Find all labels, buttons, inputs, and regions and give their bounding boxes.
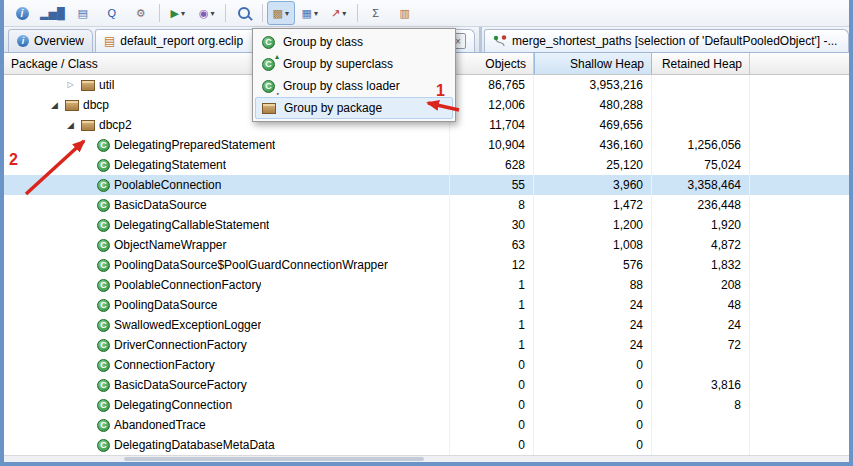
table-row[interactable]: CAbandonedTrace00 (4, 415, 849, 435)
tree-expanded-icon[interactable]: ◢ (48, 101, 61, 110)
thread-overview-icon[interactable]: ⚙ (127, 1, 155, 25)
report-icon: ▤ (104, 34, 115, 48)
cell-filler (750, 195, 849, 215)
cell-package-class: CAbandonedTrace (4, 415, 450, 435)
tab-overview[interactable]: i Overview (8, 29, 93, 52)
class-icon: C (97, 399, 110, 412)
tree-collapsed-icon[interactable]: ▷ (64, 81, 77, 89)
menu-item-group-by-class-loader[interactable]: C Group by class loader (255, 75, 453, 97)
cell-retained-heap: 4,872 (652, 235, 750, 255)
class-icon: C (262, 36, 275, 49)
cell-retained-heap (652, 95, 750, 115)
cell-package-class: CDriverConnectionFactory (4, 335, 450, 355)
dropdown-caret-icon[interactable]: ▾ (342, 9, 346, 18)
menu-item-label: Group by class (283, 35, 363, 49)
cell-shallow-heap: 25,120 (534, 155, 652, 175)
search-icon[interactable] (230, 1, 258, 25)
table-row[interactable]: CDelegatingDatabaseMetaData00 (4, 435, 849, 455)
row-label: DriverConnectionFactory (114, 338, 247, 352)
cell-objects: 0 (450, 375, 534, 395)
tab-label: default_report org.eclip (120, 34, 243, 48)
cell-filler (750, 335, 849, 355)
table-row[interactable]: CDelegatingPreparedStatement10,904436,16… (4, 135, 849, 155)
cell-shallow-heap: 3,953,216 (534, 75, 652, 95)
horizontal-scrollbar[interactable] (4, 455, 849, 462)
menu-item-label: Group by package (284, 101, 382, 115)
menu-item-group-by-package[interactable]: Group by package (255, 97, 453, 119)
dominator-tree-icon[interactable]: ▤ (69, 1, 97, 25)
oql-icon-glyph: Q (107, 8, 116, 19)
menu-item-group-by-class[interactable]: C Group by class (255, 31, 453, 53)
table-body: ▷util86,7653,953,216◢dbcp12,006480,288◢d… (4, 75, 849, 455)
merge-paths-icon (493, 34, 507, 48)
cell-retained-heap: 24 (652, 315, 750, 335)
cell-filler (750, 375, 849, 395)
menu-item-group-by-superclass[interactable]: C Group by superclass (255, 53, 453, 75)
cell-retained-heap: 72 (652, 335, 750, 355)
row-label: DelegatingConnection (114, 398, 232, 412)
cell-retained-heap: 3,816 (652, 375, 750, 395)
customize-table-icon[interactable]: ▦▾ (296, 1, 324, 25)
column-header-shallow-heap[interactable]: Shallow Heap (534, 53, 652, 74)
cell-shallow-heap: 0 (534, 395, 652, 415)
calculate-retained-size-icon[interactable]: Σ (362, 1, 390, 25)
table-row[interactable]: CPoolableConnectionFactory188208 (4, 275, 849, 295)
dropdown-caret-icon[interactable]: ▾ (285, 9, 289, 18)
table-row[interactable]: CPoolingDataSource12448 (4, 295, 849, 315)
column-header-retained-heap[interactable]: Retained Heap (652, 53, 750, 74)
cell-retained-heap (652, 415, 750, 435)
cell-objects: 10,904 (450, 135, 534, 155)
row-label: DelegatingCallableStatement (114, 218, 269, 232)
class-icon: C (97, 419, 110, 432)
row-label: dbcp2 (99, 118, 132, 132)
calculate-retained-size-icon-glyph: Σ (372, 8, 379, 19)
cell-objects: 55 (450, 175, 534, 195)
table-row[interactable]: CBasicDataSource81,472236,448 (4, 195, 849, 215)
cell-filler (750, 295, 849, 315)
dropdown-caret-icon[interactable]: ▾ (211, 9, 215, 18)
table-row[interactable]: CObjectNameWrapper631,0084,872 (4, 235, 849, 255)
cell-objects: 11,704 (450, 115, 534, 135)
cell-shallow-heap: 576 (534, 255, 652, 275)
class-icon: C (97, 299, 110, 312)
table-row[interactable]: CPoolingDataSource$PoolGuardConnectionWr… (4, 255, 849, 275)
oql-icon[interactable]: Q (98, 1, 126, 25)
cell-retained-heap: 1,920 (652, 215, 750, 235)
cell-filler (750, 155, 849, 175)
dropdown-caret-icon[interactable]: ▾ (181, 9, 185, 18)
tree-expanded-icon[interactable]: ◢ (64, 121, 77, 130)
table-row[interactable]: CPoolableConnection553,9603,358,464 (4, 175, 849, 195)
dropdown-caret-icon[interactable]: ▾ (314, 9, 318, 18)
cell-objects: 12,006 (450, 95, 534, 115)
cell-filler (750, 275, 849, 295)
class-icon: C (97, 159, 110, 172)
cell-objects: 1 (450, 335, 534, 355)
table-row[interactable]: CBasicDataSourceFactory003,816 (4, 375, 849, 395)
row-label: dbcp (83, 98, 109, 112)
query-browser-icon[interactable]: ◉▾ (193, 1, 221, 25)
scrollbar-thumb[interactable] (124, 457, 424, 461)
table-row[interactable]: CDelegatingConnection008 (4, 395, 849, 415)
row-label: ConnectionFactory (114, 358, 215, 372)
cell-shallow-heap: 1,472 (534, 195, 652, 215)
class-icon: C (97, 379, 110, 392)
cell-objects: 86,765 (450, 75, 534, 95)
group-by-icon[interactable]: ▩▾ (267, 1, 295, 25)
info-icon[interactable]: i (8, 1, 36, 25)
table-row[interactable]: CDelegatingCallableStatement301,2001,920 (4, 215, 849, 235)
dominator-tree-icon-glyph: ▤ (78, 8, 88, 19)
table-row[interactable]: CConnectionFactory00 (4, 355, 849, 375)
table-row[interactable]: CDelegatingStatement62825,12075,024 (4, 155, 849, 175)
package-icon (65, 100, 79, 111)
compare-icon[interactable]: ▥ (391, 1, 419, 25)
table-row[interactable]: CSwallowedExceptionLogger12424 (4, 315, 849, 335)
class-icon: C (97, 239, 110, 252)
cell-package-class: CBasicDataSourceFactory (4, 375, 450, 395)
histogram-icon[interactable]: ▂▅█ (37, 1, 68, 25)
cell-package-class: CDelegatingCallableStatement (4, 215, 450, 235)
tab-merge-shortest-paths[interactable]: merge_shortest_paths [selection of 'Defa… (484, 29, 849, 52)
column-header-objects[interactable]: Objects (450, 53, 534, 74)
chart-icon[interactable]: ↗▾ (325, 1, 353, 25)
table-row[interactable]: CDriverConnectionFactory12472 (4, 335, 849, 355)
run-expert-test-icon[interactable]: ▶▾ (164, 1, 192, 25)
